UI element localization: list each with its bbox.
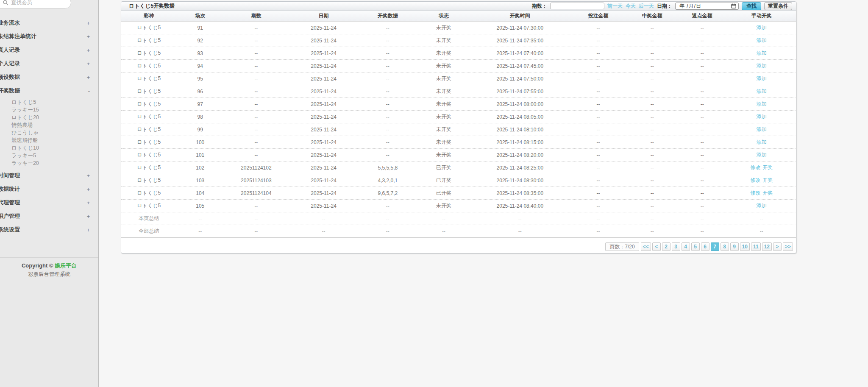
table-cell: 2025-11-24 bbox=[289, 178, 359, 184]
search-button[interactable]: 查找 bbox=[742, 2, 761, 10]
expand-icon[interactable]: + bbox=[86, 47, 90, 53]
expand-icon[interactable]: + bbox=[86, 227, 90, 233]
sidebar-subitem[interactable]: 情熱農場 bbox=[0, 121, 98, 129]
summary-cell: -- bbox=[471, 228, 569, 234]
sidebar-item-2[interactable]: 未结算注单统计+ bbox=[0, 30, 98, 43]
page-button-4[interactable]: 4 bbox=[682, 242, 690, 251]
modify-link[interactable]: 修改 bbox=[750, 164, 760, 171]
expand-icon[interactable]: + bbox=[86, 173, 90, 179]
sidebar-item-label: 真人记录 bbox=[0, 46, 86, 54]
table-cell: -- bbox=[627, 152, 677, 158]
expand-icon[interactable]: + bbox=[86, 74, 90, 81]
table-cell: -- bbox=[627, 203, 677, 209]
sidebar-subitem[interactable]: ラッキー15 bbox=[0, 106, 98, 114]
add-link[interactable]: 添加 bbox=[757, 126, 767, 133]
table-row: ロトくじ5100--2025-11-24--未开奖2025-11-24 08:1… bbox=[121, 136, 796, 149]
expand-icon[interactable]: + bbox=[86, 200, 90, 206]
page-button-10[interactable]: 10 bbox=[740, 242, 750, 251]
table-cell: 2025-11-24 08:00:00 bbox=[471, 101, 569, 107]
table-cell: -- bbox=[627, 190, 677, 196]
add-link[interactable]: 添加 bbox=[757, 75, 767, 82]
sidebar-item-11[interactable]: 系统设置+ bbox=[0, 223, 98, 237]
page-button-7[interactable]: 7 bbox=[711, 242, 719, 251]
table-cell: 未开奖 bbox=[417, 126, 470, 133]
first-page-button[interactable]: << bbox=[641, 242, 651, 251]
reset-button[interactable]: 重置条件 bbox=[764, 2, 792, 10]
page-button-3[interactable]: 3 bbox=[672, 242, 680, 251]
add-link[interactable]: 添加 bbox=[757, 202, 767, 209]
column-header: 返点金额 bbox=[677, 12, 727, 19]
add-link[interactable]: 添加 bbox=[757, 139, 767, 146]
table-cell: -- bbox=[569, 38, 627, 44]
sidebar-item-6[interactable]: 开奖数据- bbox=[0, 84, 98, 97]
table-cell: 2025-11-24 bbox=[289, 50, 359, 56]
modify-link[interactable]: 修改 bbox=[750, 189, 760, 197]
page-button-8[interactable]: 8 bbox=[721, 242, 729, 251]
page-button-12[interactable]: 12 bbox=[762, 242, 772, 251]
sidebar-subitem[interactable]: ラッキー20 bbox=[0, 159, 98, 167]
table-cell: -- bbox=[359, 25, 417, 31]
table-cell: -- bbox=[677, 101, 727, 107]
page-button-6[interactable]: 6 bbox=[701, 242, 709, 251]
draw-link[interactable]: 开奖 bbox=[762, 164, 773, 171]
modify-link[interactable]: 修改 bbox=[750, 177, 760, 184]
table-cell: 9,6,5,7,2 bbox=[359, 190, 417, 196]
next-day-link[interactable]: 后一天 bbox=[639, 3, 654, 10]
collapse-icon[interactable]: - bbox=[88, 88, 90, 94]
sidebar-item-1[interactable]: 业务流水+ bbox=[0, 16, 98, 30]
table-cell: ロトくじ5 bbox=[121, 100, 177, 108]
sidebar-item-10[interactable]: 用户管理+ bbox=[0, 209, 98, 223]
table-cell: 已开奖 bbox=[417, 177, 470, 184]
sidebar-subitem[interactable]: ロトくじ10 bbox=[0, 144, 98, 152]
today-link[interactable]: 今天 bbox=[626, 3, 636, 10]
sidebar-subitem[interactable]: 競速飛行船 bbox=[0, 136, 98, 144]
add-link[interactable]: 添加 bbox=[757, 88, 767, 95]
sidebar-subitem[interactable]: ひこうしゃ bbox=[0, 129, 98, 136]
add-link[interactable]: 添加 bbox=[757, 24, 767, 31]
page-button-11[interactable]: 11 bbox=[751, 242, 761, 251]
table-cell: 2025-11-24 08:10:00 bbox=[471, 127, 569, 133]
draw-link[interactable]: 开奖 bbox=[762, 177, 773, 184]
sidebar-item-4[interactable]: 个人记录+ bbox=[0, 57, 98, 70]
sidebar-subitem[interactable]: ロトくじ20 bbox=[0, 114, 98, 121]
summary-cell: -- bbox=[727, 228, 796, 234]
calendar-icon[interactable] bbox=[731, 3, 736, 8]
page-button-5[interactable]: 5 bbox=[691, 242, 700, 251]
expand-icon[interactable]: + bbox=[86, 33, 90, 40]
expand-icon[interactable]: + bbox=[86, 186, 90, 192]
table-cell: ロトくじ5 bbox=[121, 37, 177, 44]
page-button-9[interactable]: 9 bbox=[730, 242, 739, 251]
sidebar-subitem[interactable]: ロトくじ5 bbox=[0, 98, 98, 106]
prev-page-button[interactable]: < bbox=[652, 242, 661, 251]
table-cell: 105 bbox=[177, 203, 224, 209]
expand-icon[interactable]: + bbox=[86, 20, 90, 26]
panel-title: ロトくじ5开奖数据 bbox=[129, 3, 175, 10]
sidebar-item-3[interactable]: 真人记录+ bbox=[0, 43, 98, 57]
add-link[interactable]: 添加 bbox=[757, 37, 767, 44]
sidebar-item-label: 预设数据 bbox=[0, 73, 86, 81]
prev-day-link[interactable]: 前一天 bbox=[607, 3, 623, 10]
sidebar-item-7[interactable]: 时间管理+ bbox=[0, 169, 98, 182]
expand-icon[interactable]: + bbox=[86, 61, 90, 67]
page-button-2[interactable]: 2 bbox=[662, 242, 670, 251]
next-page-button[interactable]: > bbox=[773, 242, 782, 251]
table-cell: 4,3,2,0,1 bbox=[359, 178, 417, 184]
sidebar-item-5[interactable]: 预设数据+ bbox=[0, 70, 98, 84]
action-cell: 添加 bbox=[727, 62, 796, 70]
add-link[interactable]: 添加 bbox=[757, 151, 767, 159]
sidebar-item-8[interactable]: 数据统计+ bbox=[0, 182, 98, 196]
add-link[interactable]: 添加 bbox=[757, 113, 767, 120]
issue-input[interactable] bbox=[550, 3, 604, 9]
draw-link[interactable]: 开奖 bbox=[762, 189, 773, 197]
add-link[interactable]: 添加 bbox=[757, 50, 767, 57]
table-cell: 2025-11-24 bbox=[289, 63, 359, 69]
sidebar-subitem[interactable]: ラッキー5 bbox=[0, 152, 98, 159]
table-cell: -- bbox=[569, 114, 627, 120]
expand-icon[interactable]: + bbox=[86, 213, 90, 220]
add-link[interactable]: 添加 bbox=[757, 62, 767, 70]
add-link[interactable]: 添加 bbox=[757, 100, 767, 108]
date-input[interactable]: 年 /月/日 bbox=[675, 3, 739, 10]
last-page-button[interactable]: >> bbox=[783, 242, 793, 251]
sidebar-item-9[interactable]: 代理管理+ bbox=[0, 196, 98, 209]
member-search-input[interactable]: 查找会员 bbox=[0, 0, 71, 8]
